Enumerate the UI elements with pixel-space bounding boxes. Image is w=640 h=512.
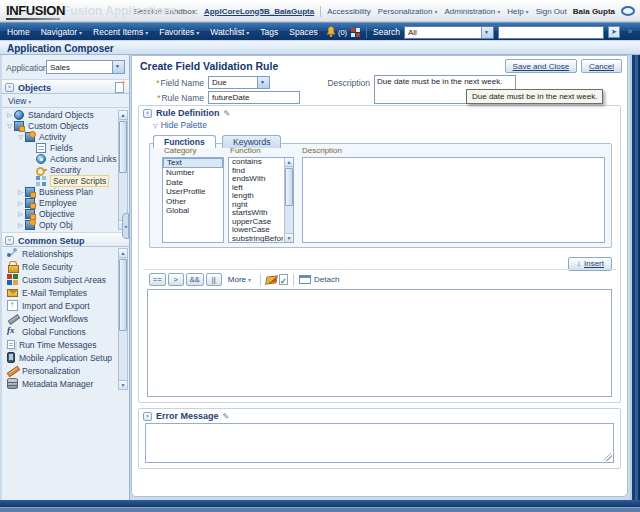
operator-and-button[interactable]: && (186, 273, 204, 286)
setup-item-import-and-export[interactable]: Import and Export (2, 299, 129, 312)
detach-button[interactable]: Detach (299, 275, 339, 284)
error-message-textarea[interactable] (145, 423, 614, 463)
function-list-scrollbar[interactable] (284, 157, 294, 243)
session-sandbox-link[interactable]: ApplCoreLong5B_BalaGupta (204, 7, 314, 16)
new-object-icon[interactable] (115, 82, 124, 93)
setup-item-metadata-manager[interactable]: Metadata Manager (2, 377, 129, 390)
tree-item-actions-and-links[interactable]: Actions and Links (2, 153, 129, 164)
setup-item-role-security[interactable]: Role Security (2, 260, 129, 273)
setup-item-e-mail-templates[interactable]: E-Mail Templates (2, 286, 129, 299)
nav-item-watchlist[interactable]: Watchlist (210, 27, 249, 37)
setup-item-relationships[interactable]: Relationships (2, 247, 129, 260)
nav-item-navigator[interactable]: Navigator (41, 27, 82, 37)
resize-handle-icon[interactable] (604, 453, 612, 461)
header-link-personalization[interactable]: Personalization (378, 7, 438, 16)
setup-item-run-time-messages[interactable]: Run Time Messages (2, 338, 129, 351)
collapse-icon[interactable] (143, 412, 152, 421)
scrollbar-thumb[interactable] (285, 168, 293, 206)
collapse-icon[interactable] (5, 236, 14, 245)
nav-item-tags[interactable]: Tags (260, 27, 278, 37)
nav-item-recent-items[interactable]: Recent Items (93, 27, 148, 37)
tree-item-fields[interactable]: Fields (2, 142, 129, 153)
category-option-global[interactable]: Global (163, 206, 223, 216)
application-select[interactable]: Sales (46, 60, 125, 74)
scroll-down-icon[interactable] (285, 233, 293, 242)
tree-item-custom-objects[interactable]: Custom Objects (2, 120, 129, 131)
common-setup-scrollbar[interactable] (118, 248, 128, 390)
search-scope-select[interactable]: All (404, 26, 494, 39)
field-name-select[interactable]: Due (208, 76, 270, 89)
collapse-icon[interactable] (5, 83, 14, 92)
setup-item-custom-subject-areas[interactable]: Custom Subject Areas (2, 273, 129, 286)
tree-item-opty-obj[interactable]: Opty Obj (2, 219, 129, 230)
scroll-up-icon[interactable] (119, 249, 127, 258)
tree-item-activity[interactable]: Activity (2, 131, 129, 142)
tab-functions[interactable]: Functions (153, 135, 216, 148)
scroll-up-icon[interactable] (119, 111, 127, 120)
scroll-down-icon[interactable] (119, 380, 127, 389)
header-link-accessibility[interactable]: Accessibility (327, 7, 371, 16)
header-link-sign-out[interactable]: Sign Out (536, 7, 567, 16)
tree-item-standard-objects[interactable]: Standard Objects (2, 109, 129, 120)
chevron-down-icon[interactable] (257, 77, 269, 88)
header-link-administration[interactable]: Administration (444, 7, 500, 16)
more-menu-button[interactable]: More (228, 275, 251, 284)
eraser-icon[interactable] (265, 275, 278, 284)
chat-icon[interactable] (621, 6, 635, 16)
operator-greater-than-button[interactable]: > (168, 273, 184, 286)
tree-item-server-scripts[interactable]: Server Scripts (2, 175, 129, 186)
objects-tree-scrollbar[interactable] (118, 110, 128, 230)
category-option-userprofile[interactable]: UserProfile (163, 187, 223, 197)
nav-item-favorites[interactable]: Favorites (159, 27, 199, 37)
twisty-collapsed-icon[interactable] (16, 188, 25, 195)
validate-icon[interactable] (279, 274, 288, 285)
sidebar-collapse-handle[interactable] (122, 213, 129, 239)
tree-item-security[interactable]: Security (2, 164, 129, 175)
nav-item-spaces[interactable]: Spaces (289, 27, 317, 37)
twisty-collapsed-icon[interactable] (16, 210, 25, 217)
setup-item-object-workflows[interactable]: Object Workflows (2, 312, 129, 325)
twisty-collapsed-icon[interactable] (16, 199, 25, 206)
cancel-button[interactable]: Cancel (581, 59, 622, 73)
search-go-icon[interactable]: ➤ (608, 26, 620, 38)
category-option-number[interactable]: Number (163, 168, 223, 178)
hide-palette-link[interactable]: Hide Palette (153, 120, 207, 130)
operator-equals-button[interactable]: == (149, 273, 166, 286)
twisty-expanded-icon[interactable] (16, 133, 25, 140)
category-option-date[interactable]: Date (163, 178, 223, 188)
header-link-help[interactable]: Help (507, 7, 528, 16)
operator-or-button[interactable]: || (206, 273, 222, 286)
twisty-expanded-icon[interactable] (5, 122, 14, 129)
expression-editor[interactable] (147, 289, 612, 397)
setup-item-mobile-application-setup[interactable]: Mobile Application Setup (2, 351, 129, 364)
objects-panel-header[interactable]: Objects (2, 79, 129, 94)
nav-item-home[interactable]: Home (7, 27, 30, 37)
scrollbar-thumb[interactable] (119, 259, 127, 331)
collapse-icon[interactable] (143, 109, 152, 118)
tree-item-objective[interactable]: Objective (2, 208, 129, 219)
notifications-bell-icon[interactable] (326, 26, 336, 38)
setup-item-global-functions[interactable]: Global Functions (2, 325, 129, 338)
scroll-up-icon[interactable] (285, 158, 293, 167)
category-option-other[interactable]: Other (163, 197, 223, 207)
favorites-grid-icon[interactable] (351, 28, 360, 37)
rule-name-input[interactable] (208, 91, 300, 104)
category-option-text[interactable]: Text (163, 158, 223, 168)
scrollbar-thumb[interactable] (119, 121, 127, 173)
chevron-down-icon[interactable] (112, 61, 124, 73)
tab-keywords[interactable]: Keywords (222, 135, 281, 148)
function-option-substringbefore[interactable]: substringBefore (229, 235, 283, 243)
save-and-close-button[interactable]: Save and Close (505, 59, 577, 73)
advanced-search-icon[interactable]: » (624, 26, 636, 38)
chevron-down-icon[interactable] (481, 27, 493, 38)
view-menu-label[interactable]: View (8, 96, 31, 106)
tree-item-label: Objective (39, 209, 74, 219)
tree-item-business-plan[interactable]: Business Plan (2, 186, 129, 197)
twisty-collapsed-icon[interactable] (5, 111, 14, 118)
tree-item-employee[interactable]: Employee (2, 197, 129, 208)
common-setup-header[interactable]: Common Setup (2, 232, 129, 247)
search-input[interactable] (498, 26, 604, 39)
view-menu[interactable]: View (2, 95, 129, 108)
twisty-collapsed-icon[interactable] (16, 221, 25, 228)
setup-item-personalization[interactable]: Personalization (2, 364, 129, 377)
